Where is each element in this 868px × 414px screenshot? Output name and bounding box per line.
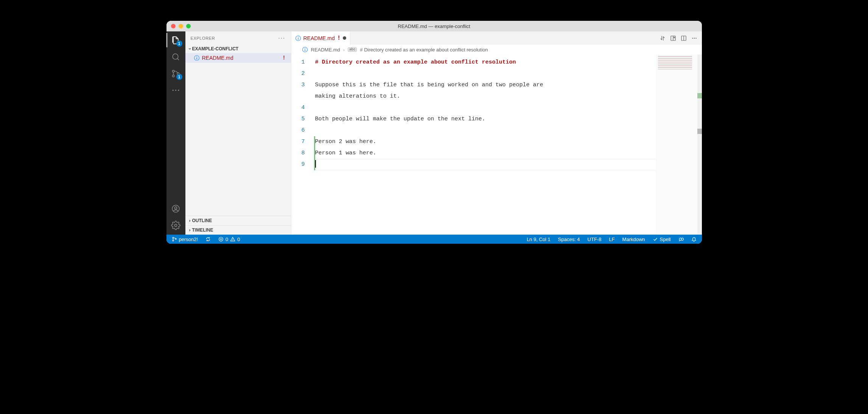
- dirty-indicator-icon: [343, 36, 346, 40]
- encoding: UTF-8: [588, 237, 602, 242]
- svg-point-19: [695, 37, 696, 38]
- svg-point-0: [173, 54, 178, 59]
- svg-point-4: [173, 89, 174, 90]
- breadcrumb[interactable]: README.md › abc # Directory created as a…: [291, 45, 702, 54]
- statusbar: person2! 0 0 Ln 9, Col 1 Spaces: 4 UTF-8…: [166, 235, 702, 244]
- svg-point-1: [173, 70, 174, 72]
- tab-name: README.md: [303, 35, 335, 41]
- breadcrumb-file: README.md: [311, 47, 340, 53]
- svg-point-8: [174, 207, 177, 209]
- status-feedback-icon[interactable]: [675, 235, 687, 244]
- status-eol[interactable]: LF: [606, 235, 618, 244]
- overview-marker-added: [697, 93, 702, 98]
- svg-point-17: [692, 37, 693, 38]
- tab-readme[interactable]: README.md !: [291, 31, 351, 45]
- symbol-string-icon: abc: [348, 47, 357, 52]
- status-indent[interactable]: Spaces: 4: [555, 235, 583, 244]
- tabbar: README.md !: [291, 31, 702, 45]
- svg-point-2: [173, 75, 174, 77]
- language-mode: Markdown: [622, 237, 645, 242]
- folder-section[interactable]: › EXAMPLE-CONFLICT: [185, 45, 291, 53]
- file-name: README.md: [202, 55, 279, 61]
- eol: LF: [609, 237, 614, 242]
- sidebar-header: EXPLORER ···: [185, 31, 291, 45]
- status-encoding[interactable]: UTF-8: [585, 235, 605, 244]
- app-window: README.md — example-conflict 1 1: [166, 21, 702, 244]
- outline-section[interactable]: › OUTLINE: [185, 216, 291, 225]
- editor-group: README.md !: [291, 31, 702, 235]
- timeline-label: TIMELINE: [192, 227, 213, 233]
- compare-changes-icon[interactable]: [657, 33, 668, 44]
- editor-more-icon[interactable]: [689, 33, 700, 44]
- chevron-down-icon: ›: [187, 48, 193, 50]
- folder-name: EXAMPLE-CONFLICT: [192, 46, 239, 51]
- timeline-section[interactable]: › TIMELINE: [185, 225, 291, 235]
- line-number-gutter: 123 456789: [291, 54, 314, 235]
- svg-point-21: [305, 48, 305, 49]
- settings-gear-icon[interactable]: [170, 219, 182, 231]
- status-notifications-icon[interactable]: [688, 235, 700, 244]
- more-icon[interactable]: [170, 84, 182, 96]
- window-title: README.md — example-conflict: [166, 23, 702, 29]
- overview-marker-cursor: [697, 129, 702, 134]
- file-warn-mark: !: [281, 55, 287, 61]
- error-count: 0: [226, 237, 228, 242]
- svg-point-15: [674, 37, 675, 38]
- accounts-icon[interactable]: [170, 203, 182, 214]
- file-row-readme[interactable]: README.md !: [185, 53, 291, 63]
- sidebar-title: EXPLORER: [191, 36, 215, 40]
- tab-warn-mark: !: [337, 35, 341, 42]
- svg-point-23: [172, 240, 173, 241]
- indent-setting: Spaces: 4: [558, 237, 580, 242]
- chevron-right-icon: ›: [189, 227, 191, 233]
- status-spell[interactable]: Spell: [650, 235, 674, 244]
- status-language[interactable]: Markdown: [619, 235, 648, 244]
- status-sync[interactable]: [202, 235, 214, 244]
- svg-point-9: [174, 224, 177, 226]
- traffic-lights: [171, 24, 191, 28]
- branch-name: person2!: [179, 237, 198, 242]
- status-branch[interactable]: person2!: [169, 235, 201, 244]
- open-preview-icon[interactable]: [668, 33, 678, 44]
- titlebar: README.md — example-conflict: [166, 21, 702, 31]
- activitybar: 1 1: [166, 31, 185, 235]
- split-editor-icon[interactable]: [678, 33, 689, 44]
- breadcrumb-symbol: # Directory created as an example about …: [360, 47, 488, 53]
- close-window-button[interactable]: [171, 24, 176, 28]
- cursor-position: Ln 9, Col 1: [527, 237, 551, 242]
- spell-label: Spell: [660, 237, 671, 242]
- workbench: 1 1 EXPLORER ···: [166, 31, 702, 235]
- chevron-right-icon: ›: [343, 47, 345, 53]
- explorer-icon[interactable]: 1: [170, 34, 182, 46]
- fullscreen-window-button[interactable]: [186, 24, 191, 28]
- scm-badge: 1: [176, 74, 182, 80]
- svg-point-13: [298, 37, 299, 37]
- svg-point-5: [175, 89, 176, 90]
- svg-point-26: [233, 240, 233, 241]
- search-icon[interactable]: [170, 51, 182, 62]
- explorer-badge: 1: [176, 40, 182, 47]
- outline-label: OUTLINE: [192, 218, 212, 223]
- info-icon: [302, 47, 308, 53]
- minimap[interactable]: [656, 54, 697, 235]
- warning-count: 0: [237, 237, 240, 242]
- source-control-icon[interactable]: 1: [170, 68, 182, 79]
- svg-point-6: [178, 89, 179, 90]
- code-area[interactable]: # Directory created as an example about …: [315, 54, 656, 235]
- sidebar: EXPLORER ··· › EXAMPLE-CONFLICT README.m…: [185, 31, 291, 235]
- svg-point-27: [679, 238, 681, 240]
- status-problems[interactable]: 0 0: [215, 235, 243, 244]
- info-icon: [295, 35, 301, 41]
- sidebar-more-icon[interactable]: ···: [278, 35, 285, 42]
- svg-point-18: [694, 37, 694, 38]
- svg-point-11: [196, 56, 197, 57]
- editor-body[interactable]: 123 456789 # Directory created as an exa…: [291, 54, 702, 235]
- chevron-right-icon: ›: [189, 218, 191, 223]
- minimize-window-button[interactable]: [179, 24, 183, 28]
- overview-ruler[interactable]: [697, 54, 702, 235]
- status-cursor[interactable]: Ln 9, Col 1: [524, 235, 554, 244]
- info-icon: [194, 55, 200, 61]
- svg-point-22: [172, 237, 173, 238]
